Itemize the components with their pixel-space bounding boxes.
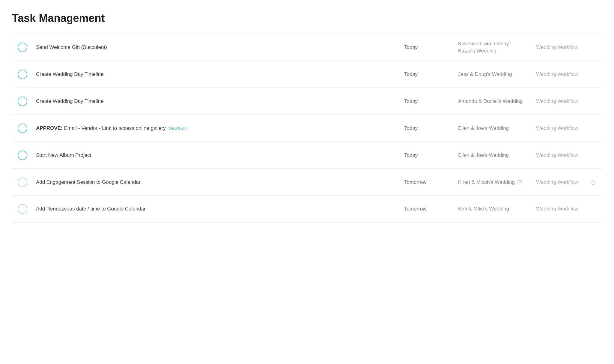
task-project: Amanda & Daniel's Wedding [452, 92, 530, 111]
project-name: Kim Bloom and Danny Kazar's Wedding [458, 40, 524, 55]
view-edit-link[interactable]: View/Edit [168, 126, 187, 131]
checkbox-circle[interactable] [18, 124, 27, 133]
project-name: Amanda & Daniel's Wedding [458, 98, 523, 105]
task-project: Ellen & Joe's Wedding [452, 119, 530, 138]
task-row: APPROVE: Email - Vendor - Link to access… [12, 115, 602, 142]
task-name: Create Wedding Day Timeline [36, 98, 392, 105]
task-workflow: Wedding Workflow [530, 200, 602, 218]
task-project: Kim Bloom and Danny Kazar's Wedding [452, 34, 530, 61]
task-row: Create Wedding Day TimelineTodayJess & D… [12, 61, 602, 88]
task-workflow: Wedding Workflow [530, 65, 602, 83]
workflow-name: Wedding Workflow [536, 206, 578, 212]
project-name: Jess & Doug's Wedding [458, 71, 512, 78]
checkbox-circle[interactable] [18, 97, 27, 106]
task-due-date: Today [398, 65, 452, 83]
task-due-date: Today [398, 146, 452, 164]
task-workflow: Wedding Workflow [530, 173, 602, 191]
task-row: Send Welcome Gift (Succulent)TodayKim Bl… [12, 34, 602, 61]
task-due-date: Tomorrow [398, 173, 452, 191]
task-checkbox-col [12, 37, 33, 58]
task-checkbox-col [12, 172, 33, 193]
task-checkbox-col [12, 91, 33, 112]
checkbox-circle[interactable] [18, 204, 27, 214]
approve-label: APPROVE: [36, 125, 64, 131]
task-project: Ellen & Joe's Wedding [452, 146, 530, 165]
checkbox-circle[interactable] [18, 70, 27, 79]
checkbox-circle[interactable] [18, 43, 27, 52]
task-due-date: Today [398, 38, 452, 56]
task-checkbox-col [12, 145, 33, 166]
project-name: Keri & Mike's Wedding [458, 205, 509, 213]
page-title: Task Management [12, 12, 602, 25]
task-name-col: Create Wedding Day Timeline [33, 65, 398, 84]
task-name-col: APPROVE: Email - Vendor - Link to access… [33, 119, 398, 138]
task-name: Add Rendezvous date / time to Google Cal… [36, 205, 392, 213]
task-due-date: Today [398, 92, 452, 110]
task-row: Create Wedding Day TimelineTodayAmanda &… [12, 88, 602, 115]
svg-line-0 [520, 180, 522, 183]
task-name: Create Wedding Day Timeline [36, 71, 392, 78]
task-workflow: Wedding Workflow [530, 92, 602, 110]
task-name-col: Send Welcome Gift (Succulent) [33, 38, 398, 57]
project-name: Ellen & Joe's Wedding [458, 152, 509, 159]
task-project: Kiren & Micah's Wedding [452, 173, 530, 192]
workflow-name: Wedding Workflow [536, 71, 578, 77]
task-workflow: Wedding Workflow [530, 38, 602, 56]
checkbox-circle[interactable] [18, 151, 27, 160]
checkbox-circle[interactable] [18, 178, 27, 187]
task-name-col: Create Wedding Day Timeline [33, 92, 398, 111]
task-row: Add Engagement Session to Google Calenda… [12, 169, 602, 195]
task-name: Start New Album Project [36, 152, 392, 159]
trash-icon[interactable] [591, 180, 596, 185]
task-name: APPROVE: Email - Vendor - Link to access… [36, 125, 392, 132]
task-name: Add Engagement Session to Google Calenda… [36, 179, 392, 186]
task-project: Keri & Mike's Wedding [452, 199, 530, 219]
task-name: Send Welcome Gift (Succulent) [36, 44, 392, 51]
task-checkbox-col [12, 198, 33, 220]
workflow-name: Wedding Workflow [536, 44, 578, 50]
task-checkbox-col [12, 118, 33, 139]
task-due-date: Today [398, 119, 452, 137]
project-name: Ellen & Joe's Wedding [458, 125, 509, 132]
task-due-date: Tomorrow [398, 200, 452, 218]
workflow-actions [591, 180, 596, 185]
external-link-icon[interactable] [517, 179, 523, 185]
task-table: Send Welcome Gift (Succulent)TodayKim Bl… [12, 34, 602, 222]
task-name-col: Add Rendezvous date / time to Google Cal… [33, 199, 398, 219]
task-checkbox-col [12, 64, 33, 85]
task-project: Jess & Doug's Wedding [452, 65, 530, 84]
task-workflow: Wedding Workflow [530, 119, 602, 137]
task-workflow: Wedding Workflow [530, 146, 602, 164]
workflow-name: Wedding Workflow [536, 179, 578, 185]
task-name-col: Start New Album Project [33, 146, 398, 165]
task-row: Start New Album ProjectTodayEllen & Joe'… [12, 142, 602, 169]
task-row: Add Rendezvous date / time to Google Cal… [12, 195, 602, 222]
workflow-name: Wedding Workflow [536, 98, 578, 104]
workflow-name: Wedding Workflow [536, 152, 578, 158]
project-name: Kiren & Micah's Wedding [458, 179, 515, 186]
workflow-name: Wedding Workflow [536, 125, 578, 131]
task-name-col: Add Engagement Session to Google Calenda… [33, 173, 398, 192]
